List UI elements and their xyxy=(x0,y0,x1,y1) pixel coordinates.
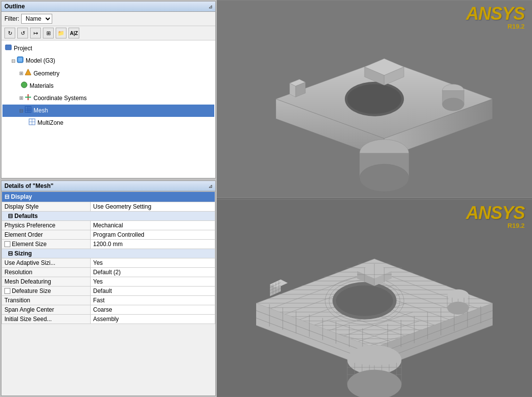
section-header-0[interactable]: ⊟ Display xyxy=(2,192,215,202)
expand-icon-model[interactable]: ⊟ xyxy=(11,58,15,65)
node-icon-multizone xyxy=(28,118,36,128)
node-icon-coordinate_systems xyxy=(24,93,32,104)
details-section: Details of "Mesh" ⊿ ⊟ DisplayDisplay Sty… xyxy=(1,180,216,396)
toolbar-btn-1[interactable]: ↻ xyxy=(4,28,15,38)
ansys-version-top: R19.2 xyxy=(466,23,525,30)
filter-label: Filter: xyxy=(4,15,19,22)
details-row-10: Defeature SizeDefault xyxy=(2,287,215,296)
tree-item-mesh[interactable]: ⊟Mesh xyxy=(2,105,214,117)
svg-point-30 xyxy=(360,164,409,192)
details-row-5: Element Size1200.0 mm xyxy=(2,240,215,249)
details-pin-icon[interactable]: ⊿ xyxy=(208,183,212,189)
svg-rect-7 xyxy=(25,107,31,112)
details-row-1: Display StyleUse Geometry Setting xyxy=(2,202,215,212)
expand-icon-coordinate_systems[interactable]: ⊞ xyxy=(19,95,23,102)
subsection-header-2[interactable]: ⊟ Defaults xyxy=(2,212,215,221)
svg-point-4 xyxy=(21,82,27,88)
outline-pin-icon[interactable]: ⊿ xyxy=(208,4,212,9)
subsection-header-6[interactable]: ⊟ Sizing xyxy=(2,249,215,258)
outline-title-bar: Outline ⊿ xyxy=(1,1,215,12)
details-row-4: Element OrderProgram Controlled xyxy=(2,230,215,240)
toolbar-btn-5[interactable]: 📁 xyxy=(56,28,66,38)
details-table-wrapper: ⊟ DisplayDisplay StyleUse Geometry Setti… xyxy=(1,191,215,396)
tree-label-model: Model (G3) xyxy=(26,57,55,65)
svg-rect-0 xyxy=(5,45,11,50)
details-row-13: Initial Size Seed...Assembly xyxy=(2,315,215,324)
node-icon-project xyxy=(4,43,12,54)
node-icon-geometry xyxy=(24,68,32,78)
svg-point-20 xyxy=(347,84,401,114)
svg-point-98 xyxy=(336,285,393,316)
viewport-top: ANSYS R19.2 xyxy=(217,0,532,199)
outline-title: Outline xyxy=(4,3,25,10)
filter-bar: Filter: Name xyxy=(1,12,215,26)
svg-point-107 xyxy=(447,301,469,314)
tree-item-materials[interactable]: Materials xyxy=(2,80,214,92)
ansys-brand-bottom: ANSYS xyxy=(466,204,525,222)
node-icon-mesh xyxy=(24,106,32,116)
filter-select[interactable]: Name xyxy=(21,14,52,24)
ansys-logo-bottom: ANSYS R19.2 xyxy=(466,204,525,229)
toolbar-btn-4[interactable]: ⊞ xyxy=(43,28,54,38)
tree-item-multizone[interactable]: MultiZone xyxy=(2,117,214,129)
expand-icon-geometry[interactable]: ⊞ xyxy=(19,70,23,77)
details-row-11: TransitionFast xyxy=(2,296,215,305)
viewport-bottom: ANSYS R19.2 xyxy=(217,199,532,397)
svg-rect-2 xyxy=(18,58,22,62)
tree-label-project: Project xyxy=(14,44,32,53)
tree-item-geometry[interactable]: ⊞Geometry xyxy=(2,67,214,79)
details-title: Details of "Mesh" xyxy=(4,182,53,189)
toolbar-btn-3[interactable]: ↦ xyxy=(30,28,41,38)
expand-icon-mesh[interactable]: ⊟ xyxy=(19,108,23,114)
details-row-7: Use Adaptive Sizi...Yes xyxy=(2,258,215,268)
details-row-3: Physics PreferenceMechanical xyxy=(2,221,215,230)
ansys-version-bottom: R19.2 xyxy=(466,222,525,229)
svg-marker-3 xyxy=(25,69,31,75)
tree-label-multizone: MultiZone xyxy=(37,119,64,127)
outline-toolbar: ↻ ↺ ↦ ⊞ 📁 A|Z xyxy=(1,26,215,40)
tree-item-project[interactable]: Project xyxy=(2,42,214,55)
details-row-8: ResolutionDefault (2) xyxy=(2,268,215,277)
svg-point-27 xyxy=(442,98,464,111)
details-row-12: Span Angle CenterCoarse xyxy=(2,305,215,315)
tree-label-materials: Materials xyxy=(30,82,54,90)
details-row-9: Mesh DefeaturingYes xyxy=(2,277,215,287)
ansys-logo-top: ANSYS R19.2 xyxy=(466,5,525,30)
tree-area: Project⊟Model (G3)⊞GeometryMaterials⊞Coo… xyxy=(1,40,215,178)
tree-item-coordinate_systems[interactable]: ⊞Coordinate Systems xyxy=(2,92,214,105)
tree-label-mesh: Mesh xyxy=(33,107,48,115)
tree-label-coordinate_systems: Coordinate Systems xyxy=(33,94,87,103)
outline-section: Outline ⊿ Filter: Name ↻ ↺ ↦ ⊞ 📁 A|Z Pro… xyxy=(1,1,216,179)
tree-item-model[interactable]: ⊟Model (G3) xyxy=(2,55,214,67)
right-panel: ANSYS R19.2 xyxy=(217,0,532,397)
ansys-brand-top: ANSYS xyxy=(466,5,525,23)
node-icon-model xyxy=(16,56,24,66)
details-title-bar: Details of "Mesh" ⊿ xyxy=(1,181,215,191)
toolbar-btn-az[interactable]: A|Z xyxy=(68,28,79,38)
details-table: ⊟ DisplayDisplay StyleUse Geometry Setti… xyxy=(1,191,215,324)
tree-label-geometry: Geometry xyxy=(33,70,60,78)
node-icon-materials xyxy=(20,81,28,91)
left-panel: Outline ⊿ Filter: Name ↻ ↺ ↦ ⊞ 📁 A|Z Pro… xyxy=(0,0,217,397)
toolbar-btn-2[interactable]: ↺ xyxy=(17,28,28,38)
